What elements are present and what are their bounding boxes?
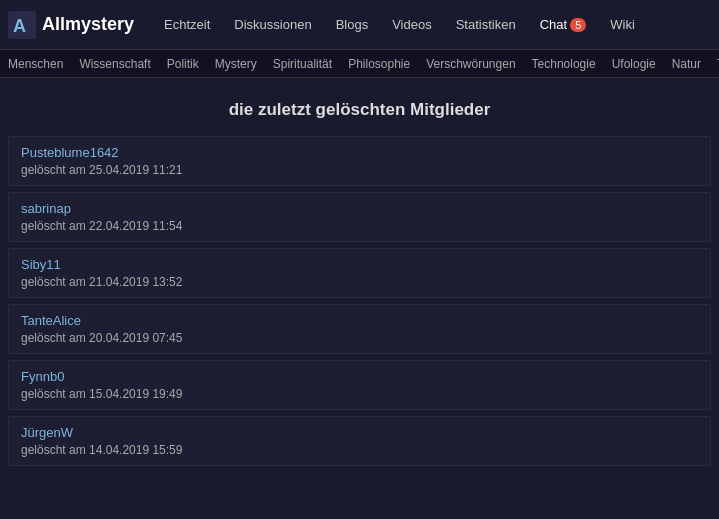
main-nav: EchtzeitDiskussionenBlogsVideosStatistik… [152, 0, 711, 50]
top-navigation: A Allmystery EchtzeitDiskussionenBlogsVi… [0, 0, 719, 50]
member-deleted-date: gelöscht am 22.04.2019 11:54 [21, 219, 182, 233]
cat-item-ufologie[interactable]: Ufologie [604, 50, 664, 78]
nav-item-blogs[interactable]: Blogs [324, 0, 381, 50]
member-item: sabrinapgelöscht am 22.04.2019 11:54 [8, 192, 711, 242]
cat-item-verschwörungen[interactable]: Verschwörungen [418, 50, 523, 78]
member-item: JürgenWgelöscht am 14.04.2019 15:59 [8, 416, 711, 466]
site-title: Allmystery [42, 14, 134, 35]
cat-item-wissenschaft[interactable]: Wissenschaft [71, 50, 158, 78]
member-item: Fynnb0gelöscht am 15.04.2019 19:49 [8, 360, 711, 410]
page-content: die zuletzt gelöschten Mitglieder Pusteb… [0, 78, 719, 482]
member-name[interactable]: Siby11 [21, 257, 698, 272]
cat-item-natur[interactable]: Natur [664, 50, 709, 78]
member-item: TanteAlicegelöscht am 20.04.2019 07:45 [8, 304, 711, 354]
member-name[interactable]: sabrinap [21, 201, 698, 216]
page-heading: die zuletzt gelöschten Mitglieder [0, 100, 719, 120]
member-deleted-date: gelöscht am 25.04.2019 11:21 [21, 163, 182, 177]
logo-area[interactable]: A Allmystery [8, 11, 134, 39]
cat-item-träume[interactable]: Träume [709, 50, 719, 78]
member-name[interactable]: Pusteblume1642 [21, 145, 698, 160]
cat-item-politik[interactable]: Politik [159, 50, 207, 78]
nav-item-diskussionen[interactable]: Diskussionen [222, 0, 323, 50]
member-deleted-date: gelöscht am 15.04.2019 19:49 [21, 387, 182, 401]
nav-badge-chat: 5 [570, 18, 586, 32]
cat-item-philosophie[interactable]: Philosophie [340, 50, 418, 78]
member-item: Pusteblume1642gelöscht am 25.04.2019 11:… [8, 136, 711, 186]
nav-item-statistiken[interactable]: Statistiken [444, 0, 528, 50]
cat-item-spiritualität[interactable]: Spiritualität [265, 50, 340, 78]
member-deleted-date: gelöscht am 21.04.2019 13:52 [21, 275, 182, 289]
cat-item-technologie[interactable]: Technologie [524, 50, 604, 78]
member-list: Pusteblume1642gelöscht am 25.04.2019 11:… [0, 136, 719, 466]
logo-icon: A [8, 11, 36, 39]
member-name[interactable]: JürgenW [21, 425, 698, 440]
svg-text:A: A [13, 16, 26, 36]
cat-item-menschen[interactable]: Menschen [0, 50, 71, 78]
nav-item-chat[interactable]: Chat5 [528, 0, 599, 50]
cat-item-mystery[interactable]: Mystery [207, 50, 265, 78]
member-name[interactable]: TanteAlice [21, 313, 698, 328]
member-deleted-date: gelöscht am 14.04.2019 15:59 [21, 443, 182, 457]
nav-item-wiki[interactable]: Wiki [598, 0, 647, 50]
category-navigation: MenschenWissenschaftPolitikMysterySpirit… [0, 50, 719, 78]
member-deleted-date: gelöscht am 20.04.2019 07:45 [21, 331, 182, 345]
nav-item-videos[interactable]: Videos [380, 0, 444, 50]
member-item: Siby11gelöscht am 21.04.2019 13:52 [8, 248, 711, 298]
member-name[interactable]: Fynnb0 [21, 369, 698, 384]
nav-item-echtzeit[interactable]: Echtzeit [152, 0, 222, 50]
